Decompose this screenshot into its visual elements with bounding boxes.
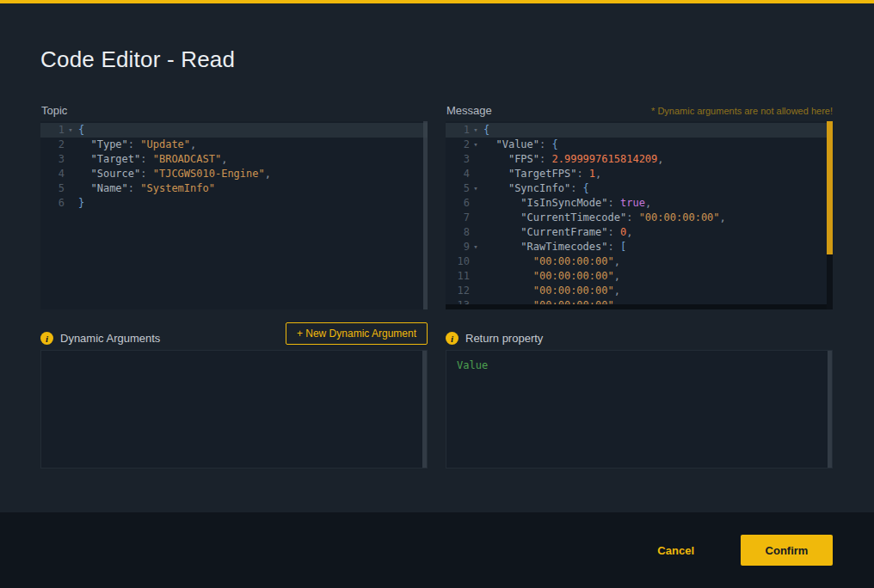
code-text: "IsInSyncMode": true, bbox=[483, 196, 651, 211]
code-text: } bbox=[78, 196, 84, 211]
fold-spacer bbox=[470, 167, 482, 181]
dynamic-arguments-panel bbox=[40, 350, 428, 469]
dynamic-arguments-header: i Dynamic Arguments bbox=[40, 332, 160, 345]
gutter: 11 bbox=[446, 269, 483, 284]
fold-spacer bbox=[65, 167, 77, 181]
code-text: "RawTimecodes": [ bbox=[483, 240, 626, 254]
message-editor-scrollbar[interactable] bbox=[827, 121, 833, 309]
code-line[interactable]: 1▾{ bbox=[40, 123, 428, 138]
code-text: "TargetFPS": 1, bbox=[483, 167, 601, 181]
code-line[interactable]: 3 "FPS": 2.999997615814209, bbox=[446, 152, 833, 167]
code-line[interactable]: 12 "00:00:00:00", bbox=[446, 284, 833, 298]
code-text: { bbox=[483, 123, 489, 138]
return-property-header: i Return property bbox=[446, 332, 543, 345]
footer: Cancel Confirm bbox=[0, 512, 874, 588]
return-property-label: Return property bbox=[465, 332, 543, 345]
confirm-button[interactable]: Confirm bbox=[741, 535, 833, 566]
code-line[interactable]: 9▾ "RawTimecodes": [ bbox=[446, 240, 833, 254]
code-text: "Source": "TJCGWS010-Engine", bbox=[78, 167, 271, 181]
line-number: 10 bbox=[446, 254, 470, 269]
code-text: "Value": { bbox=[483, 138, 558, 152]
code-text: "Type": "Update", bbox=[78, 138, 196, 152]
cancel-button[interactable]: Cancel bbox=[657, 544, 694, 557]
fold-spacer bbox=[470, 225, 482, 240]
code-text: "FPS": 2.999997615814209, bbox=[483, 152, 664, 167]
line-number: 4 bbox=[446, 167, 470, 181]
new-dynamic-argument-button[interactable]: + New Dynamic Argument bbox=[286, 322, 428, 345]
line-number: 3 bbox=[446, 152, 470, 167]
fold-arrow-icon[interactable]: ▾ bbox=[470, 240, 482, 254]
code-line[interactable]: 4 "Source": "TJCGWS010-Engine", bbox=[40, 167, 428, 181]
message-editor-hscrollbar[interactable] bbox=[446, 304, 827, 309]
code-text: "CurrentTimecode": "00:00:00:00", bbox=[483, 211, 726, 225]
page-title: Code Editor - Read bbox=[40, 46, 235, 73]
line-number: 2 bbox=[40, 138, 65, 152]
code-editor-modal: Code Editor - Read Topic 1▾{2 "Type": "U… bbox=[0, 0, 874, 588]
code-line[interactable]: 1▾{ bbox=[446, 123, 833, 138]
fold-arrow-icon[interactable]: ▾ bbox=[470, 181, 482, 196]
topic-editor-scrollbar[interactable] bbox=[423, 121, 428, 309]
fold-spacer bbox=[470, 284, 482, 298]
fold-spacer bbox=[65, 152, 77, 167]
line-number: 12 bbox=[446, 284, 470, 298]
gutter: 7 bbox=[446, 211, 483, 225]
code-line[interactable]: 6} bbox=[40, 196, 428, 211]
info-icon: i bbox=[40, 332, 53, 345]
fold-spacer bbox=[470, 269, 482, 284]
gutter: 2▾ bbox=[446, 138, 483, 152]
fold-spacer bbox=[470, 211, 482, 225]
code-line[interactable]: 8 "CurrentFrame": 0, bbox=[446, 225, 833, 240]
gutter: 6 bbox=[446, 196, 483, 211]
gutter: 5▾ bbox=[446, 181, 483, 196]
code-text: "00:00:00:00", bbox=[483, 269, 620, 284]
return-property-value: Value bbox=[457, 359, 488, 371]
topic-label: Topic bbox=[41, 104, 67, 117]
gutter: 4 bbox=[40, 167, 78, 181]
fold-arrow-icon[interactable]: ▾ bbox=[65, 123, 77, 138]
code-text: "CurrentFrame": 0, bbox=[483, 225, 632, 240]
return-property-panel-scrollbar[interactable] bbox=[828, 351, 832, 468]
code-line[interactable]: 6 "IsInSyncMode": true, bbox=[446, 196, 833, 211]
line-number: 8 bbox=[446, 225, 470, 240]
gutter: 6 bbox=[40, 196, 78, 211]
code-text: "Name": "SystemInfo" bbox=[78, 181, 215, 196]
line-number: 3 bbox=[40, 152, 65, 167]
message-code-lines: 1▾{2▾ "Value": {3 "FPS": 2.9999976158142… bbox=[446, 121, 833, 309]
fold-spacer bbox=[65, 138, 77, 152]
code-line[interactable]: 5▾ "SyncInfo": { bbox=[446, 181, 833, 196]
gutter: 4 bbox=[446, 167, 483, 181]
line-number: 11 bbox=[446, 269, 470, 284]
fold-spacer bbox=[470, 254, 482, 269]
fold-spacer bbox=[470, 152, 482, 167]
code-line[interactable]: 11 "00:00:00:00", bbox=[446, 269, 833, 284]
topic-code-lines: 1▾{2 "Type": "Update",3 "Target": "BROAD… bbox=[40, 121, 428, 211]
code-line[interactable]: 10 "00:00:00:00", bbox=[446, 254, 833, 269]
gutter: 5 bbox=[40, 181, 78, 196]
return-property-panel[interactable]: Value bbox=[446, 350, 833, 469]
code-line[interactable]: 4 "TargetFPS": 1, bbox=[446, 167, 833, 181]
message-label: Message bbox=[446, 104, 492, 117]
code-line[interactable]: 3 "Target": "BROADCAST", bbox=[40, 152, 428, 167]
line-number: 1 bbox=[446, 123, 470, 138]
gutter: 3 bbox=[40, 152, 78, 167]
topic-code-editor[interactable]: 1▾{2 "Type": "Update",3 "Target": "BROAD… bbox=[40, 121, 428, 309]
line-number: 4 bbox=[40, 167, 65, 181]
line-number: 6 bbox=[40, 196, 65, 211]
fold-arrow-icon[interactable]: ▾ bbox=[470, 123, 482, 138]
line-number: 6 bbox=[446, 196, 470, 211]
line-number: 9 bbox=[446, 240, 470, 254]
gutter: 8 bbox=[446, 225, 483, 240]
code-line[interactable]: 2 "Type": "Update", bbox=[40, 138, 428, 152]
fold-arrow-icon[interactable]: ▾ bbox=[470, 138, 482, 152]
modal-accent-bar bbox=[0, 0, 874, 3]
code-text: { bbox=[78, 123, 84, 138]
message-editor-scrollbar-thumb[interactable] bbox=[827, 121, 833, 254]
code-line[interactable]: 2▾ "Value": { bbox=[446, 138, 833, 152]
gutter: 12 bbox=[446, 284, 483, 298]
code-text: "00:00:00:00", bbox=[483, 254, 620, 269]
code-line[interactable]: 5 "Name": "SystemInfo" bbox=[40, 181, 428, 196]
dynamic-arguments-panel-scrollbar[interactable] bbox=[422, 351, 427, 468]
message-code-editor[interactable]: 1▾{2▾ "Value": {3 "FPS": 2.9999976158142… bbox=[446, 121, 833, 309]
code-text: "Target": "BROADCAST", bbox=[78, 152, 227, 167]
code-line[interactable]: 7 "CurrentTimecode": "00:00:00:00", bbox=[446, 211, 833, 225]
